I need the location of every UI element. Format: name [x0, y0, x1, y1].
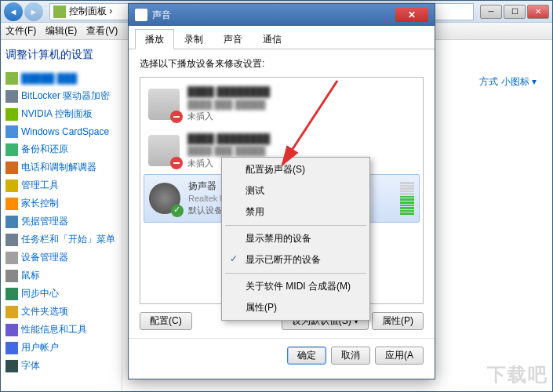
- monitor-icon: [148, 135, 180, 166]
- menu-item-1[interactable]: 测试: [224, 180, 368, 201]
- device-name: ████ ████████: [187, 132, 415, 146]
- sidebar-icon: [5, 125, 18, 138]
- cancel-button[interactable]: 取消: [331, 347, 370, 365]
- tab-声音[interactable]: 声音: [213, 29, 253, 49]
- sidebar-icon: [5, 342, 18, 354]
- sidebar-item-0[interactable]: █████ ███: [5, 70, 117, 87]
- view-options[interactable]: 方式 小图标 ▾: [479, 75, 537, 89]
- status-badge: [171, 205, 184, 217]
- sidebar-item-13[interactable]: 文件夹选项: [5, 303, 117, 321]
- device-status: 未插入: [187, 111, 415, 122]
- sidebar-icon: [5, 108, 18, 121]
- sidebar-label: 设备管理器: [21, 251, 68, 264]
- sound-dialog-title: 声音: [152, 9, 171, 22]
- sound-dialog-close-button[interactable]: ✕: [395, 8, 428, 22]
- sidebar-item-10[interactable]: 设备管理器: [5, 249, 117, 267]
- device-0[interactable]: ████ ████████████ ███ █████未插入: [144, 81, 420, 128]
- device-name: ████ ████████: [187, 85, 415, 99]
- back-button[interactable]: ◄: [4, 2, 23, 21]
- monitor-icon: [148, 89, 180, 120]
- sidebar-icon: [5, 288, 18, 300]
- sidebar-label: NVIDIA 控制面板: [21, 107, 93, 121]
- sidebar-item-8[interactable]: 凭据管理器: [5, 212, 117, 230]
- sidebar-item-16[interactable]: 字体: [5, 357, 117, 375]
- sidebar-label: BitLocker 驱动器加密: [21, 89, 110, 103]
- watermark: 下载吧: [487, 362, 548, 387]
- maximize-button[interactable]: ☐: [504, 5, 526, 19]
- sidebar-icon: [5, 90, 18, 103]
- sidebar-icon: [5, 306, 18, 318]
- status-badge: [170, 157, 183, 169]
- instruction-text: 选择以下播放设备来修改设置:: [140, 57, 424, 71]
- sidebar-item-11[interactable]: 鼠标: [5, 267, 117, 285]
- control-panel-sidebar: 调整计算机的设置 █████ ███BitLocker 驱动器加密NVIDIA …: [1, 40, 122, 391]
- sidebar-icon: [5, 360, 18, 372]
- device-sub: ████ ███ █████: [187, 145, 415, 157]
- sidebar-item-1[interactable]: BitLocker 驱动器加密: [5, 87, 117, 105]
- menu-item-0[interactable]: 配置扬声器(S): [224, 159, 368, 180]
- tab-通信[interactable]: 通信: [253, 29, 292, 49]
- sidebar-label: 家长控制: [21, 197, 59, 210]
- sidebar-item-5[interactable]: 电话和调制解调器: [5, 158, 117, 176]
- vu-meter: [400, 182, 414, 215]
- sidebar-item-3[interactable]: Windows CardSpace: [5, 123, 117, 140]
- menu-view[interactable]: 查看(V): [86, 24, 118, 38]
- sidebar-item-12[interactable]: 同步中心: [5, 285, 117, 303]
- status-badge: [170, 111, 183, 123]
- sidebar-item-6[interactable]: 管理工具: [5, 176, 117, 194]
- close-button[interactable]: ✕: [527, 5, 549, 19]
- menu-item-2[interactable]: 禁用: [224, 201, 368, 223]
- sidebar-label: 任务栏和「开始」菜单: [21, 233, 115, 246]
- sidebar-label: 鼠标: [21, 269, 40, 282]
- tab-录制[interactable]: 录制: [174, 29, 213, 49]
- menu-item-4[interactable]: 显示禁用的设备: [224, 228, 368, 249]
- sidebar-icon: [5, 270, 18, 282]
- sound-icon: [135, 9, 147, 21]
- sidebar-label: █████ ███: [21, 73, 77, 84]
- sidebar-item-14[interactable]: 性能信息和工具: [5, 321, 117, 339]
- menu-separator: [225, 225, 366, 226]
- sidebar-icon: [5, 162, 18, 174]
- sidebar-label: 性能信息和工具: [21, 323, 87, 336]
- menu-separator: [225, 273, 366, 274]
- sidebar-item-4[interactable]: 备份和还原: [5, 140, 117, 158]
- forward-button[interactable]: ►: [24, 2, 43, 21]
- sidebar-label: 备份和还原: [21, 143, 68, 156]
- sidebar-item-2[interactable]: NVIDIA 控制面板: [5, 105, 117, 123]
- device-context-menu: 配置扬声器(S)测试禁用显示禁用的设备显示已断开的设备关于软件 MIDI 合成器…: [221, 157, 370, 321]
- sidebar-label: 电话和调制解调器: [21, 161, 96, 174]
- sidebar-item-15[interactable]: 用户帐户: [5, 339, 117, 357]
- sidebar-item-7[interactable]: 家长控制: [5, 194, 117, 212]
- sound-dialog-titlebar[interactable]: 声音 ✕: [129, 4, 435, 26]
- sidebar-icon: [5, 143, 18, 156]
- apply-button[interactable]: 应用(A: [375, 347, 424, 365]
- sidebar-label: 同步中心: [21, 287, 59, 300]
- sidebar-icon: [5, 234, 18, 246]
- menu-item-8[interactable]: 属性(P): [224, 297, 368, 318]
- ok-button[interactable]: 确定: [287, 347, 326, 365]
- sidebar-icon: [5, 216, 18, 228]
- breadcrumb-text: 控制面板 ›: [69, 5, 112, 18]
- menu-file[interactable]: 文件(F): [5, 24, 36, 38]
- sidebar-icon: [5, 72, 18, 85]
- tab-播放[interactable]: 播放: [135, 29, 174, 49]
- sidebar-icon: [5, 180, 18, 192]
- sidebar-label: 文件夹选项: [21, 305, 68, 318]
- sidebar-icon: [5, 324, 18, 336]
- control-panel-icon: [53, 5, 66, 18]
- page-heading: 调整计算机的设置: [5, 48, 117, 62]
- properties-button[interactable]: 属性(P): [372, 312, 424, 330]
- menu-item-7[interactable]: 关于软件 MIDI 合成器(M): [224, 276, 368, 297]
- speaker-icon: [149, 183, 180, 214]
- sidebar-icon: [5, 252, 18, 264]
- device-sub: ████ ███ █████: [187, 99, 415, 111]
- minimize-button[interactable]: ─: [480, 5, 502, 19]
- menu-edit[interactable]: 编辑(E): [45, 24, 77, 38]
- sidebar-icon: [5, 198, 18, 210]
- sound-dialog-tabs: 播放录制声音通信: [129, 29, 435, 49]
- menu-item-5[interactable]: 显示已断开的设备: [224, 249, 368, 270]
- sidebar-label: 凭据管理器: [21, 215, 68, 228]
- configure-button[interactable]: 配置(C): [140, 312, 192, 330]
- sidebar-label: 管理工具: [21, 179, 59, 192]
- sidebar-item-9[interactable]: 任务栏和「开始」菜单: [5, 230, 117, 249]
